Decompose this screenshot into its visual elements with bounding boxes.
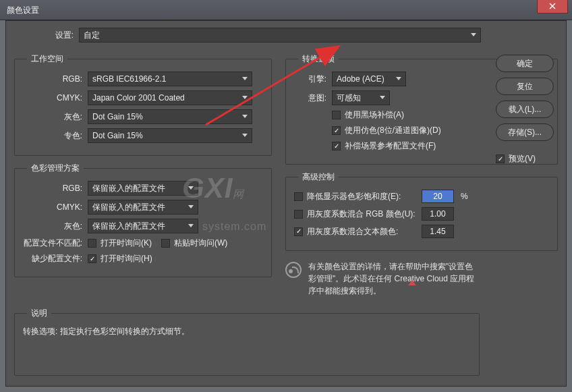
- desat-checkbox[interactable]: [294, 192, 303, 201]
- dither-label: 使用仿色(8位/通道图像)(D): [345, 125, 441, 136]
- desat-input[interactable]: 20: [422, 190, 454, 203]
- chevron-down-icon: [396, 77, 401, 80]
- chevron-down-icon: [242, 115, 248, 118]
- chevron-down-icon: [188, 205, 194, 208]
- description-legend: 说明: [27, 308, 51, 319]
- settings-value: 自定: [84, 30, 100, 41]
- blend-text-label: 用灰度系数混合文本颜色:: [307, 226, 422, 237]
- blend-rgb-input[interactable]: 1.00: [422, 207, 454, 221]
- pol-gray-select[interactable]: 保留嵌入的配置文件: [88, 219, 198, 233]
- mismatch-label: 配置文件不匹配:: [23, 237, 88, 249]
- window-title: 颜色设置: [7, 5, 39, 16]
- conversion-legend: 转换选项: [298, 53, 339, 65]
- preview-label: 预览(V): [509, 153, 536, 165]
- ws-spot-label: 专色:: [23, 130, 88, 142]
- ws-gray-select[interactable]: Dot Gain 15%: [88, 109, 252, 124]
- desat-unit: %: [461, 192, 468, 201]
- policy-legend: 色彩管理方案: [27, 163, 84, 174]
- preview-checkbox[interactable]: [496, 155, 505, 163]
- ws-spot-select[interactable]: Dot Gain 15%: [88, 128, 252, 143]
- ask-missing-open-label: 打开时询问(H): [101, 253, 152, 264]
- ws-cmyk-select[interactable]: Japan Color 2001 Coated: [88, 90, 252, 105]
- load-button[interactable]: 载入(L)...: [496, 101, 554, 118]
- ws-rgb-label: RGB:: [23, 74, 88, 84]
- dither-checkbox[interactable]: [332, 126, 341, 135]
- blend-rgb-checkbox[interactable]: [294, 210, 303, 219]
- chevron-down-icon: [242, 77, 248, 80]
- workspace-legend: 工作空间: [27, 53, 67, 65]
- chevron-down-icon: [380, 96, 385, 99]
- annotation-triangle-icon: [408, 280, 416, 285]
- ws-rgb-select[interactable]: sRGB IEC61966-2.1: [88, 72, 252, 86]
- ask-missing-open-checkbox[interactable]: [88, 254, 96, 263]
- save-button[interactable]: 存储(S)...: [496, 123, 554, 141]
- ok-button[interactable]: 确定: [496, 55, 554, 72]
- workspace-group: 工作空间 RGB: sRGB IEC61966-2.1 CMYK: Japan …: [14, 53, 272, 156]
- ask-open-label: 打开时询问(K): [101, 237, 152, 249]
- info-icon: [285, 262, 302, 278]
- settings-label: 设置:: [14, 30, 79, 41]
- compensate-checkbox[interactable]: [332, 142, 341, 150]
- dialog-body: 设置: 自定 工作空间 RGB: sRGB IEC61966-2.1 CMYK:: [5, 20, 567, 387]
- chevron-down-icon: [242, 96, 248, 99]
- ws-gray-label: 灰色:: [23, 111, 88, 123]
- compensate-label: 补偿场景参考配置文件(F): [345, 140, 436, 152]
- intent-label: 意图:: [294, 92, 332, 104]
- ask-paste-checkbox[interactable]: [161, 239, 170, 248]
- policy-group: 色彩管理方案 RGB: 保留嵌入的配置文件 CMYK: 保留嵌入的配置文件 灰色…: [14, 163, 272, 277]
- chevron-down-icon: [471, 33, 476, 36]
- blend-text-input[interactable]: 1.45: [422, 225, 454, 238]
- description-body: 转换选项: 指定执行色彩空间转换的方式细节。: [23, 326, 471, 337]
- settings-select[interactable]: 自定: [79, 28, 481, 43]
- ask-open-checkbox[interactable]: [88, 239, 96, 248]
- pol-cmyk-select[interactable]: 保留嵌入的配置文件: [88, 200, 198, 215]
- pol-cmyk-label: CMYK:: [23, 202, 88, 212]
- pol-gray-label: 灰色:: [23, 221, 88, 232]
- pol-rgb-label: RGB:: [23, 184, 88, 193]
- blend-rgb-label: 用灰度系数混合 RGB 颜色(U):: [307, 208, 422, 220]
- pol-rgb-select[interactable]: 保留嵌入的配置文件: [88, 181, 198, 196]
- info-text: 有关颜色设置的详情，请在帮助中搜索"设置色彩管理"。此术语在任何 Creativ…: [308, 260, 477, 297]
- advanced-group: 高级控制 降低显示器色彩饱和度(E): 20 % 用灰度系数混合 RGB 颜色(…: [285, 171, 558, 251]
- advanced-legend: 高级控制: [298, 171, 339, 183]
- black-point-label: 使用黑场补偿(A): [345, 109, 404, 121]
- close-button[interactable]: [537, 0, 568, 13]
- black-point-checkbox[interactable]: [332, 111, 341, 119]
- ask-paste-label: 粘贴时询问(W): [174, 237, 227, 249]
- chevron-down-icon: [242, 134, 248, 137]
- missing-label: 缺少配置文件:: [23, 253, 88, 264]
- titlebar: 颜色设置: [0, 0, 572, 20]
- reset-button[interactable]: 复位: [496, 78, 554, 95]
- chevron-down-icon: [188, 186, 194, 190]
- ws-cmyk-label: CMYK:: [23, 93, 88, 103]
- description-group: 说明 转换选项: 指定执行色彩空间转换的方式细节。: [14, 308, 480, 376]
- engine-select[interactable]: Adobe (ACE): [332, 72, 406, 86]
- chevron-down-icon: [188, 224, 194, 227]
- desat-label: 降低显示器色彩饱和度(E):: [307, 191, 422, 202]
- engine-label: 引擎:: [294, 74, 332, 85]
- blend-text-checkbox[interactable]: [294, 227, 303, 236]
- intent-select[interactable]: 可感知: [332, 90, 390, 105]
